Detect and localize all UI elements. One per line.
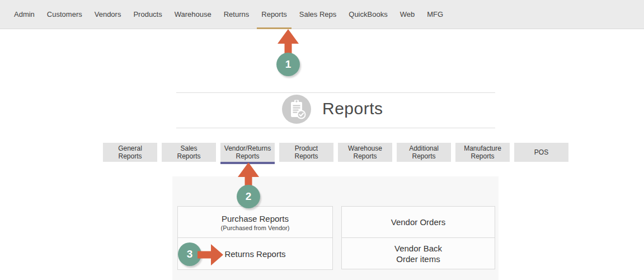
tab-label: Additional [409, 144, 439, 153]
tab-label: Reports [471, 152, 494, 161]
vendor-back-order-label-line1: Vendor Back [394, 243, 442, 254]
tab-label: Warehouse [348, 144, 382, 153]
tab-product-reports[interactable]: Product Reports [279, 143, 333, 162]
tab-general-reports[interactable]: General Reports [103, 143, 157, 162]
step2-up-arrow-icon [238, 162, 259, 187]
step3-right-arrow-icon [198, 244, 223, 265]
nav-item-reports[interactable]: Reports [261, 0, 287, 29]
nav-item-sales-reps[interactable]: Sales Reps [299, 0, 336, 29]
tab-label: POS [534, 148, 548, 157]
top-nav-bar: Admin Customers Vendors Products Warehou… [0, 0, 644, 29]
nav-item-admin[interactable]: Admin [14, 0, 35, 29]
tab-manufacture-reports[interactable]: Manufacture Reports [455, 143, 510, 162]
tab-label: Sales [180, 144, 197, 153]
tab-label: Reports [177, 152, 200, 161]
tab-additional-reports[interactable]: Additional Reports [397, 143, 451, 162]
step2-badge: 2 [237, 185, 260, 208]
vendor-back-order-link[interactable]: Vendor Back Order items [342, 237, 495, 269]
reports-icon [282, 95, 311, 124]
header-divider-top [176, 92, 495, 93]
purchase-reports-link[interactable]: Purchase Reports (Purchased from Vendor) [178, 207, 332, 237]
nav-item-warehouse[interactable]: Warehouse [175, 0, 211, 29]
tab-label: Reports [353, 152, 377, 161]
step1-up-arrow-icon [278, 29, 299, 56]
purchase-reports-sublabel: (Purchased from Vendor) [221, 225, 290, 231]
step1-badge: 1 [276, 53, 300, 76]
purchase-reports-label: Purchase Reports [222, 213, 289, 224]
tab-label: Reports [236, 152, 259, 161]
returns-reports-label: Returns Reports [224, 249, 285, 259]
vendor-back-order-label-line2: Order items [396, 254, 440, 264]
tab-label: Product [295, 144, 318, 153]
tab-label: Reports [412, 152, 435, 161]
tab-vendor-returns-reports[interactable]: Vendor/Returns Reports [220, 143, 275, 162]
tab-warehouse-reports[interactable]: Warehouse Reports [338, 143, 392, 162]
nav-item-customers[interactable]: Customers [47, 0, 82, 29]
header-divider-bottom [176, 128, 495, 128]
page: Admin Customers Vendors Products Warehou… [0, 0, 644, 280]
vendor-orders-link[interactable]: Vendor Orders [342, 207, 495, 237]
nav-item-returns[interactable]: Returns [224, 0, 250, 29]
right-report-group: Vendor Orders Vendor Back Order items [341, 206, 495, 269]
tab-label: Manufacture [464, 144, 501, 153]
vendor-orders-label: Vendor Orders [391, 217, 446, 227]
report-category-tabs: General Reports Sales Reports Vendor/Ret… [103, 143, 568, 162]
tab-label: General [118, 144, 142, 153]
nav-item-web[interactable]: Web [400, 0, 415, 29]
nav-item-mfg[interactable]: MFG [427, 0, 443, 29]
page-title: Reports [322, 99, 383, 118]
nav-item-quickbooks[interactable]: QuickBooks [349, 0, 387, 29]
tab-sales-reports[interactable]: Sales Reports [162, 143, 216, 162]
nav-item-vendors[interactable]: Vendors [95, 0, 121, 29]
nav-item-products[interactable]: Products [133, 0, 162, 29]
tab-label: Reports [118, 152, 142, 161]
tab-pos[interactable]: POS [514, 143, 568, 162]
tab-label: Reports [294, 152, 318, 161]
tab-label: Vendor/Returns [224, 144, 271, 153]
